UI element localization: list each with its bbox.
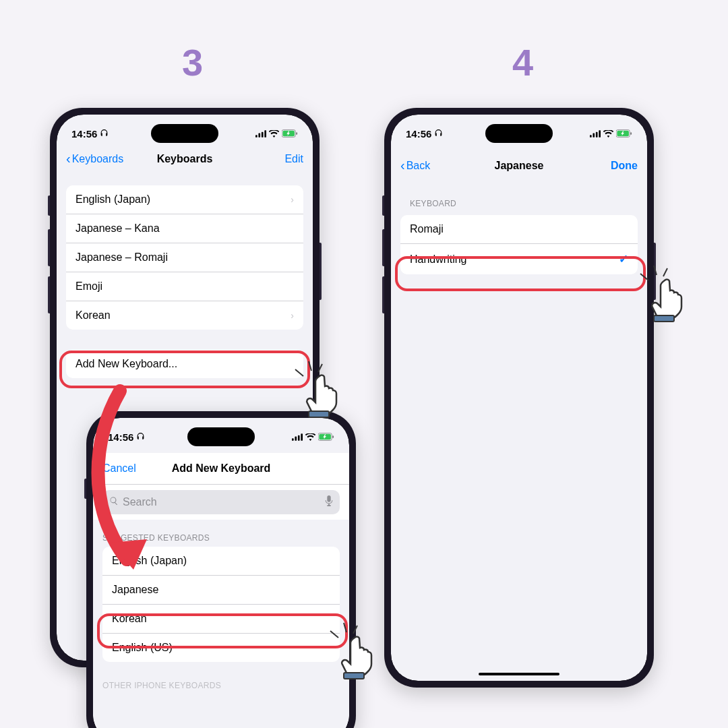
svg-rect-25 [599, 130, 601, 138]
add-keyboard-group: Add New Keyboard... [66, 350, 303, 378]
nav-title: Add New Keyboard [172, 462, 271, 475]
keyboard-section-header: KEYBOARD [391, 180, 647, 212]
list-item-label: Korean [112, 613, 147, 625]
checkmark-icon: ✓ [619, 252, 628, 266]
keyboard-item-japanese-romaji[interactable]: Japanese – Romaji [66, 243, 303, 272]
search-input[interactable]: Search [102, 490, 340, 514]
nav-bar: ‹ Back Japanese Done [391, 151, 647, 180]
svg-rect-3 [264, 130, 266, 138]
list-item-label: Japanese – Romaji [75, 251, 168, 264]
svg-rect-17 [332, 435, 334, 438]
wifi-icon [269, 128, 279, 140]
headphones-icon [100, 128, 109, 140]
dynamic-island [151, 124, 218, 143]
status-time: 14:56 [71, 128, 97, 140]
list-item-label: Emoji [75, 280, 102, 293]
search-placeholder: Search [123, 496, 157, 508]
svg-rect-11 [292, 438, 294, 441]
add-new-keyboard-button[interactable]: Add New Keyboard... [66, 350, 303, 378]
suggested-japanese[interactable]: Japanese [102, 576, 340, 605]
status-time: 14:56 [108, 431, 133, 443]
suggested-korean[interactable]: Korean [102, 605, 340, 634]
dynamic-island [485, 124, 553, 143]
svg-rect-0 [255, 135, 257, 138]
chevron-right-icon: › [291, 194, 294, 205]
chevron-left-icon: ‹ [400, 158, 405, 173]
phone-frame-3: 14:56 ‹ Back Japanese Done [384, 108, 654, 688]
headphones-icon [434, 128, 443, 140]
svg-rect-6 [296, 132, 297, 135]
svg-rect-13 [298, 435, 300, 440]
list-item-label: English (US) [112, 642, 173, 654]
svg-rect-32 [654, 315, 674, 322]
keyboard-options-list: Romaji Handwriting✓ [400, 215, 638, 274]
nav-back-button[interactable]: ‹ Keyboards [66, 151, 123, 166]
nav-back-label: Back [406, 160, 431, 172]
list-item-label: Romaji [410, 223, 444, 235]
battery-icon [616, 128, 632, 140]
chevron-right-icon: › [291, 310, 294, 321]
step-number-3: 3 [182, 40, 203, 84]
suggested-english-us[interactable]: English (US) [102, 634, 340, 662]
option-romaji[interactable]: Romaji [400, 215, 638, 244]
keyboard-item-japanese-kana[interactable]: Japanese – Kana [66, 214, 303, 243]
wifi-icon [603, 128, 613, 140]
list-item-label: Japanese [112, 584, 158, 596]
search-icon [109, 496, 119, 508]
list-item-label: English (Japan) [75, 193, 150, 206]
nav-edit-button[interactable]: Edit [284, 153, 303, 165]
svg-rect-1 [258, 133, 260, 137]
svg-rect-14 [301, 433, 303, 441]
nav-back-label: Keyboards [72, 153, 124, 165]
nav-title: Keyboards [157, 153, 213, 165]
list-item-label: Japanese – Kana [75, 222, 160, 235]
nav-bar: Cancel Add New Keyboard [93, 453, 349, 485]
list-item-label: Add New Keyboard... [75, 358, 177, 370]
dynamic-island [187, 427, 255, 446]
other-header: OTHER IPHONE KEYBOARDS [93, 662, 349, 694]
svg-rect-23 [593, 133, 595, 137]
option-handwriting[interactable]: Handwriting✓ [400, 244, 638, 274]
mic-icon[interactable] [325, 495, 333, 509]
svg-rect-28 [630, 132, 632, 135]
keyboard-item-korean[interactable]: Korean› [66, 301, 303, 330]
chevron-left-icon: ‹ [66, 151, 71, 166]
suggested-english-japan[interactable]: English (Japan) [102, 547, 340, 576]
keyboards-list: English (Japan)› Japanese – Kana Japanes… [66, 185, 303, 330]
home-indicator[interactable] [479, 673, 559, 675]
nav-done-button[interactable]: Done [611, 160, 638, 172]
nav-bar: ‹ Keyboards Keyboards Edit [57, 144, 313, 173]
wifi-icon [305, 431, 315, 443]
suggested-header: SUGGESTED KEYBOARDS [93, 520, 349, 547]
list-item-label: Handwriting [410, 253, 466, 266]
nav-back-button[interactable]: ‹ Back [400, 158, 430, 173]
nav-title: Japanese [495, 160, 544, 172]
headphones-icon [136, 431, 145, 443]
step-number-4: 4 [512, 40, 533, 84]
svg-rect-2 [262, 131, 264, 137]
battery-icon [282, 128, 298, 140]
suggested-list: English (Japan) Japanese Korean English … [102, 547, 340, 662]
signal-icon [590, 128, 601, 140]
signal-icon [292, 431, 303, 443]
svg-rect-24 [596, 131, 598, 137]
list-item-label: Korean [75, 309, 111, 322]
status-time: 14:56 [406, 128, 431, 140]
list-item-label: English (Japan) [112, 555, 187, 567]
battery-icon [318, 431, 334, 443]
svg-rect-22 [590, 135, 592, 138]
nav-cancel-button[interactable]: Cancel [102, 462, 136, 475]
svg-line-31 [663, 268, 667, 276]
signal-icon [255, 128, 266, 140]
phone-frame-2: 14:56 Cancel Add New Keyboard [86, 411, 356, 728]
keyboard-item-english-japan[interactable]: English (Japan)› [66, 185, 303, 214]
svg-rect-12 [295, 436, 297, 440]
keyboard-item-emoji[interactable]: Emoji [66, 272, 303, 301]
